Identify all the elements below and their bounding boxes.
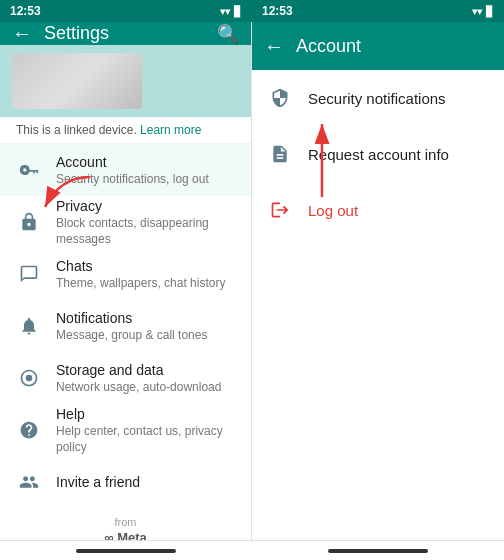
document-icon bbox=[268, 142, 292, 166]
search-button[interactable]: 🔍 bbox=[217, 23, 239, 45]
bell-icon bbox=[16, 313, 42, 339]
logout-icon bbox=[268, 198, 292, 222]
battery-left: ▊ bbox=[234, 6, 242, 17]
invite-title: Invite a friend bbox=[56, 473, 235, 491]
learn-more-link[interactable]: Learn more bbox=[140, 123, 201, 137]
account-subtitle: Security notifications, log out bbox=[56, 172, 235, 188]
bottom-pill-left bbox=[76, 549, 176, 553]
bottom-pill-right bbox=[328, 549, 428, 553]
bottom-bars bbox=[0, 540, 504, 560]
back-button-left[interactable]: ← bbox=[12, 22, 32, 45]
settings-item-storage[interactable]: Storage and data Network usage, auto-dow… bbox=[0, 352, 251, 404]
help-subtitle: Help center, contact us, privacy policy bbox=[56, 424, 235, 455]
account-title: Account bbox=[56, 153, 235, 171]
storage-title: Storage and data bbox=[56, 361, 235, 379]
notifications-title: Notifications bbox=[56, 309, 235, 327]
request-account-info-label: Request account info bbox=[308, 146, 449, 163]
privacy-subtitle: Block contacts, disappearing messages bbox=[56, 216, 235, 247]
chat-icon bbox=[16, 261, 42, 287]
storage-icon bbox=[16, 365, 42, 391]
chats-subtitle: Theme, wallpapers, chat history bbox=[56, 276, 235, 292]
notifications-subtitle: Message, group & call tones bbox=[56, 328, 235, 344]
from-text: from bbox=[0, 516, 251, 528]
time-right: 12:53 bbox=[262, 4, 293, 18]
help-title: Help bbox=[56, 405, 235, 423]
settings-title: Settings bbox=[44, 23, 205, 44]
security-notifications-item[interactable]: Security notifications bbox=[252, 70, 504, 126]
settings-item-account[interactable]: Account Security notifications, log out bbox=[0, 144, 251, 196]
back-button-right[interactable]: ← bbox=[264, 35, 284, 58]
request-account-info-item[interactable]: Request account info bbox=[252, 126, 504, 182]
settings-panel: ← Settings 🔍 This is a linked device. Le… bbox=[0, 22, 252, 540]
account-header: ← Account bbox=[252, 22, 504, 70]
settings-item-notifications[interactable]: Notifications Message, group & call tone… bbox=[0, 300, 251, 352]
logout-item[interactable]: Log out bbox=[252, 182, 504, 238]
settings-item-chats[interactable]: Chats Theme, wallpapers, chat history bbox=[0, 248, 251, 300]
help-icon bbox=[16, 417, 42, 443]
meta-footer: from ∞ Meta bbox=[0, 508, 251, 540]
account-header-title: Account bbox=[296, 36, 361, 57]
svg-point-1 bbox=[26, 375, 33, 382]
security-notifications-label: Security notifications bbox=[308, 90, 446, 107]
settings-item-help[interactable]: Help Help center, contact us, privacy po… bbox=[0, 404, 251, 456]
profile-section bbox=[0, 45, 251, 117]
people-icon bbox=[16, 469, 42, 495]
status-bar-left: 12:53 ▾▾ ▊ bbox=[0, 0, 252, 22]
bottom-bar-left bbox=[0, 540, 252, 560]
signal-right: ▾▾ bbox=[472, 6, 482, 17]
shield-icon bbox=[268, 86, 292, 110]
logout-label: Log out bbox=[308, 202, 358, 219]
settings-header: ← Settings 🔍 bbox=[0, 22, 251, 45]
time-left: 12:53 bbox=[10, 4, 41, 18]
linked-device-notice: This is a linked device. Learn more bbox=[0, 117, 251, 144]
battery-right: ▊ bbox=[486, 6, 494, 17]
privacy-title: Privacy bbox=[56, 197, 235, 215]
settings-item-invite[interactable]: Invite a friend bbox=[0, 456, 251, 508]
profile-picture bbox=[12, 53, 142, 109]
storage-subtitle: Network usage, auto-download bbox=[56, 380, 235, 396]
signal-left: ▾▾ bbox=[220, 6, 230, 17]
bottom-bar-right bbox=[252, 540, 504, 560]
chats-title: Chats bbox=[56, 257, 235, 275]
account-panel: ← Account Security notifications Request… bbox=[252, 22, 504, 540]
status-bar-right: 12:53 ▾▾ ▊ bbox=[252, 0, 504, 22]
key-icon bbox=[16, 157, 42, 183]
meta-logo: ∞ Meta bbox=[0, 530, 251, 540]
lock-icon bbox=[16, 209, 42, 235]
settings-item-privacy[interactable]: Privacy Block contacts, disappearing mes… bbox=[0, 196, 251, 248]
